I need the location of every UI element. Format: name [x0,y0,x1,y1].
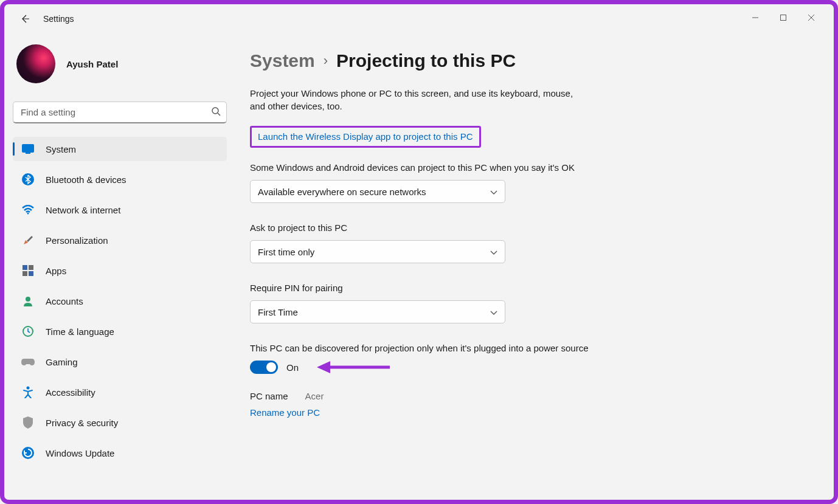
svg-rect-9 [29,271,33,276]
search-field-wrap [13,102,227,123]
sidebar-item-network[interactable]: Network & internet [13,198,227,222]
svg-rect-6 [23,265,27,270]
setting-ask-label: Ask to project to this PC [250,221,590,234]
window-controls [741,4,834,27]
svg-rect-2 [22,144,34,153]
chevron-down-icon [490,307,497,317]
titlebar: Settings [4,4,834,33]
svg-point-12 [27,387,30,390]
sidebar-item-accounts[interactable]: Accounts [13,289,227,313]
dropdown-value: First time only [258,247,314,257]
sidebar-item-apps[interactable]: Apps [13,258,227,283]
wifi-icon [21,203,35,216]
user-profile[interactable]: Ayush Patel [13,33,227,94]
setting-pin-label: Require PIN for pairing [250,281,590,294]
sidebar-item-label: Accounts [46,296,83,306]
close-button[interactable] [797,8,825,27]
avatar [16,44,55,83]
sidebar-item-accessibility[interactable]: Accessibility [13,380,227,404]
apps-icon [21,264,35,277]
accessibility-icon [21,385,35,399]
update-icon [21,446,35,460]
chevron-down-icon [490,247,497,257]
svg-point-1 [212,108,218,114]
ask-to-project-dropdown[interactable]: First time only [250,240,505,263]
main-content: System › Projecting to this PC Project y… [235,33,834,500]
search-icon [211,106,221,119]
sidebar-item-gaming[interactable]: Gaming [13,350,227,374]
minimize-icon [752,14,759,21]
sidebar-item-label: Windows Update [46,448,114,458]
window-title: Settings [43,14,74,24]
breadcrumb-parent[interactable]: System [250,50,315,71]
sidebar-item-label: Gaming [46,357,78,367]
maximize-icon [780,14,787,21]
chevron-right-icon: › [324,53,328,69]
person-icon [21,294,35,308]
power-discovery-toggle[interactable] [250,361,278,374]
clock-globe-icon [21,325,35,338]
sidebar-item-time[interactable]: Time & language [13,319,227,343]
dropdown-value: Available everywhere on secure networks [258,187,426,197]
sidebar-item-personalization[interactable]: Personalization [13,228,227,252]
rename-pc-link[interactable]: Rename your PC [250,407,320,418]
sidebar-item-label: Network & internet [46,205,120,215]
svg-rect-8 [23,271,27,276]
sidebar-item-privacy[interactable]: Privacy & security [13,410,227,435]
system-icon [21,142,35,156]
bluetooth-icon [21,173,35,186]
require-pin-dropdown[interactable]: First Time [250,300,505,323]
svg-point-10 [26,297,30,302]
sidebar-item-label: Personalization [46,235,108,246]
chevron-down-icon [490,187,497,197]
svg-point-5 [27,213,29,215]
launch-wireless-display-link[interactable]: Launch the Wireless Display app to proje… [258,131,473,142]
breadcrumb: System › Projecting to this PC [250,50,819,71]
sidebar-item-system[interactable]: System [13,137,227,161]
back-button[interactable] [13,7,37,31]
pc-name-row: PC name Acer [250,391,590,401]
paintbrush-icon [21,233,35,247]
sidebar-item-label: System [46,144,76,154]
annotation-arrow-icon [317,359,390,375]
user-name: Ayush Patel [66,59,118,69]
minimize-button[interactable] [741,8,769,27]
sidebar-item-bluetooth[interactable]: Bluetooth & devices [13,167,227,192]
sidebar: Ayush Patel System Bluetooth & devices N… [4,33,235,500]
sidebar-item-label: Apps [46,266,66,276]
setting-availability-label: Some Windows and Android devices can pro… [250,161,590,174]
svg-rect-7 [29,265,33,270]
close-icon [808,14,815,21]
sidebar-item-label: Privacy & security [46,418,118,428]
sidebar-item-label: Bluetooth & devices [46,174,126,185]
gamepad-icon [21,355,35,368]
dropdown-value: First Time [258,307,298,317]
svg-rect-0 [781,15,786,21]
search-input[interactable] [13,102,227,123]
shield-icon [21,416,35,429]
maximize-button[interactable] [769,8,797,27]
pc-name-value: Acer [305,391,324,401]
toggle-state-label: On [286,362,299,373]
sidebar-item-update[interactable]: Windows Update [13,441,227,465]
page-title: Projecting to this PC [336,50,516,71]
setting-power-label: This PC can be discovered for projection… [250,342,590,354]
annotation-highlight-box: Launch the Wireless Display app to proje… [250,126,481,148]
page-intro: Project your Windows phone or PC to this… [250,87,590,112]
sidebar-item-label: Time & language [46,326,114,337]
sidebar-item-label: Accessibility [46,387,95,398]
svg-rect-3 [26,153,30,154]
pc-name-label: PC name [250,391,288,401]
arrow-left-icon [20,14,30,24]
availability-dropdown[interactable]: Available everywhere on secure networks [250,180,505,203]
